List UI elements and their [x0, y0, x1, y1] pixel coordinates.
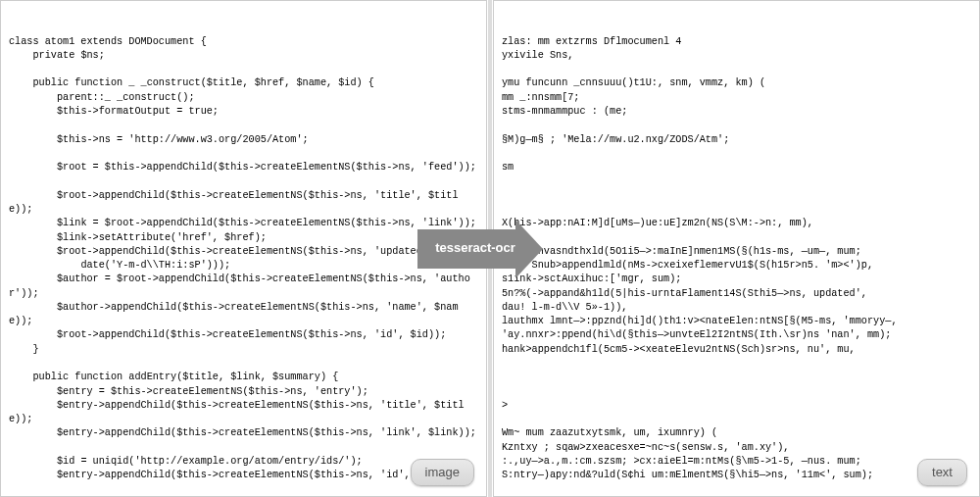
arrow-head-icon — [515, 220, 543, 278]
transform-arrow: tesseract-ocr — [437, 220, 543, 278]
arrow-icon: tesseract-ocr — [437, 220, 543, 278]
source-image-panel: class atom1 extends DOMDocument { privat… — [0, 0, 487, 497]
image-badge: image — [411, 459, 474, 486]
text-badge: text — [917, 459, 967, 486]
source-code-text: class atom1 extends DOMDocument { privat… — [9, 35, 478, 497]
arrow-label: tesseract-ocr — [417, 229, 515, 269]
ocr-output-text: zlas: mm extzrms Dflmocumenl 4 yxivile S… — [502, 35, 971, 497]
ocr-output-panel: zlas: mm extzrms Dflmocumenl 4 yxivile S… — [493, 0, 980, 497]
